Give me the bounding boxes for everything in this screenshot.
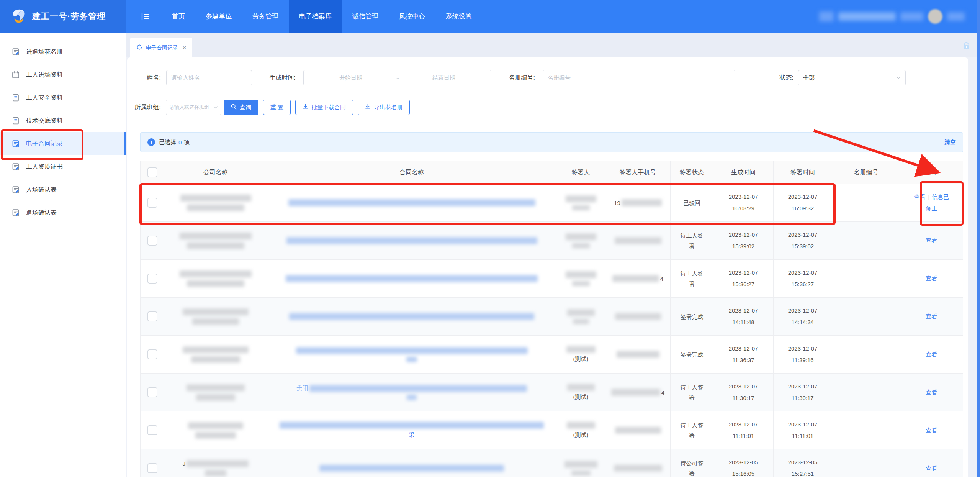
row-checkbox[interactable]	[147, 463, 157, 473]
cell-roster-no	[832, 222, 900, 259]
cell-contract-name[interactable]	[267, 336, 556, 373]
row-checkbox[interactable]	[147, 274, 157, 284]
cell-checkbox	[141, 184, 164, 221]
operations: 查看	[913, 235, 951, 246]
redacted-user-info	[838, 12, 896, 21]
user-area[interactable]	[819, 0, 965, 33]
close-icon[interactable]: ×	[183, 44, 186, 51]
cell-contract-name[interactable]	[267, 260, 556, 297]
selection-prefix: 已选择	[159, 139, 176, 146]
cell-contract-name[interactable]	[267, 298, 556, 335]
row-checkbox[interactable]	[147, 311, 157, 321]
date-range-input[interactable]: 开始日期 ~ 结束日期	[303, 70, 491, 85]
nav-item-home[interactable]: 首页	[162, 0, 195, 33]
cell-company	[164, 222, 267, 259]
nav-item-integrity-management[interactable]: 诚信管理	[342, 0, 389, 33]
status-text: 签署完成	[678, 311, 706, 322]
reset-button[interactable]: 重 置	[263, 100, 291, 115]
cell-sign-status: 已驳回	[671, 184, 713, 221]
export-roster-button[interactable]: 导出花名册	[358, 100, 410, 115]
cell-contract-name[interactable]	[267, 449, 556, 477]
search-button-label: 查询	[240, 104, 251, 111]
sidebar-item-e-contract-records[interactable]: 电子合同记录	[0, 132, 126, 155]
status-select[interactable]: 全部	[798, 70, 906, 85]
created-time: 2023-12-07 11:36:37	[723, 343, 764, 366]
table-row: J待公司签署2023-12-05 15:16:052023-12-05 15:2…	[141, 449, 963, 477]
sidebar-item-worker-entry-files[interactable]: 工人进场资料	[0, 63, 126, 86]
sidebar-item-entry-confirmation[interactable]: 入场确认表	[0, 178, 126, 201]
cell-company	[164, 374, 267, 411]
action-view[interactable]: 查看	[926, 389, 937, 395]
redacted-block	[566, 271, 596, 278]
cell-company	[164, 260, 267, 297]
sidebar-item-exit-confirmation[interactable]: 退场确认表	[0, 201, 126, 224]
row-checkbox[interactable]	[147, 198, 157, 208]
nav-item-system-settings[interactable]: 系统设置	[435, 0, 482, 33]
selection-suffix: 项	[184, 139, 190, 146]
name-input[interactable]: 请输入姓名	[166, 70, 252, 85]
team-select[interactable]: 请输入或选择班组	[166, 100, 221, 115]
batch-download-button[interactable]: 批量下载合同	[295, 100, 353, 115]
created-time: 2023-12-07 15:39:02	[723, 229, 764, 252]
cell-contract-name[interactable]: 采	[267, 411, 556, 449]
redacted-block	[566, 346, 596, 353]
signer-visible-text: (测试)	[573, 393, 589, 401]
cell-sign-status: 待工人签署	[671, 411, 713, 449]
cell-signer-phone	[605, 336, 671, 373]
select-all-checkbox[interactable]	[147, 167, 157, 177]
cell-signed-time: 2023-12-05 15:27:51	[774, 449, 832, 477]
cell-signer-phone	[605, 411, 671, 449]
action-view[interactable]: 查看	[926, 465, 937, 471]
chevron-down-icon	[213, 105, 218, 110]
sidebar-item-label: 技术交底资料	[26, 117, 63, 125]
nav-item-labor-management[interactable]: 劳务管理	[242, 0, 289, 33]
refresh-icon[interactable]	[136, 44, 142, 51]
redacted-block	[288, 199, 535, 206]
sidebar-item-worker-safety-files[interactable]: 工人安全资料	[0, 86, 126, 109]
menu-fold-icon[interactable]	[141, 13, 150, 20]
action-view[interactable]: 查看	[926, 351, 937, 357]
cell-checkbox	[141, 260, 164, 297]
redacted-block	[183, 308, 249, 315]
roster-no-input[interactable]: 名册编号	[543, 70, 735, 85]
cell-created-time: 2023-12-07 16:08:29	[713, 184, 774, 221]
cell-contract-name[interactable]: 贵阳	[267, 374, 556, 411]
redacted-block	[187, 242, 244, 249]
cell-contract-name[interactable]	[267, 222, 556, 259]
redacted-block	[564, 461, 597, 468]
sidebar-item-entry-exit-roster[interactable]: 进退场花名册	[0, 40, 126, 63]
phone-visible-text: 4	[661, 389, 664, 396]
sidebar-item-technical-disclosure[interactable]: 技术交底资料	[0, 109, 126, 132]
search-button[interactable]: 查询	[224, 100, 258, 115]
tab-e-contract-records[interactable]: 电子合同记录 ×	[130, 38, 192, 57]
action-view[interactable]: 查看	[926, 427, 937, 433]
tab-bar: 电子合同记录 ×	[126, 33, 977, 57]
cell-sign-status: 待工人签署	[671, 260, 713, 297]
redacted-block	[286, 275, 538, 282]
cell-contract-name[interactable]	[267, 184, 556, 221]
row-checkbox[interactable]	[147, 349, 157, 359]
unlock-icon[interactable]	[961, 41, 971, 52]
created-time: 2023-12-07 16:08:29	[723, 191, 764, 214]
nav-item-participating-units[interactable]: 参建单位	[195, 0, 242, 33]
avatar[interactable]	[928, 9, 942, 24]
action-view[interactable]: 查看	[926, 237, 937, 244]
redacted-block	[183, 346, 249, 353]
nav-item-risk-center[interactable]: 风控中心	[389, 0, 435, 33]
row-checkbox[interactable]	[147, 425, 157, 435]
scrollbar[interactable]	[977, 0, 980, 477]
sidebar-item-label: 工人进场资料	[26, 71, 63, 79]
redacted-block	[192, 318, 239, 325]
sidebar-item-worker-certificates[interactable]: 工人资质证书	[0, 155, 126, 178]
clear-selection-link[interactable]: 清空	[944, 139, 956, 146]
row-checkbox[interactable]	[147, 236, 157, 246]
table-row: 签署完成2023-12-07 14:11:482023-12-07 14:14:…	[141, 298, 963, 336]
action-view[interactable]: 查看	[926, 275, 937, 282]
action-view[interactable]: 查看	[926, 313, 937, 320]
active-indicator	[124, 132, 126, 155]
sidebar-item-label: 工人安全资料	[26, 94, 63, 102]
action-view[interactable]: 查看	[914, 193, 926, 200]
row-checkbox[interactable]	[147, 387, 157, 397]
name-placeholder: 请输入姓名	[171, 74, 200, 82]
nav-item-e-archive[interactable]: 电子档案库	[289, 0, 342, 33]
